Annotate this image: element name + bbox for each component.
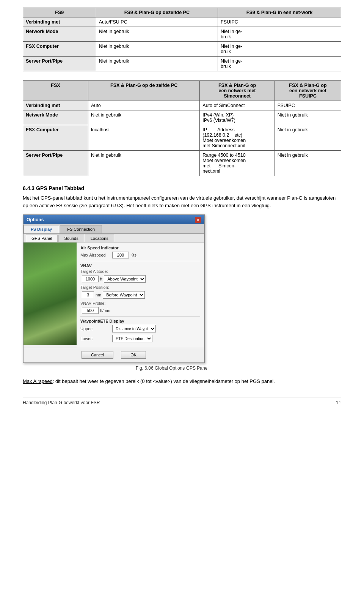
row-label: Server Port/Pipe [23, 151, 88, 176]
upper-display-row: Upper: Distance to Waypt [80, 325, 200, 332]
page-footer: Handleiding Plan-G bewerkt voor FSR 11 [23, 397, 341, 405]
dialog-wrapper: Options ✕ FS Display FS Connection GPS P… [23, 214, 209, 371]
lower-dropdown[interactable]: ETE Destination [112, 335, 152, 342]
row-label: Server Port/Pipe [23, 57, 96, 71]
target-altitude-unit: ft [100, 277, 102, 281]
target-altitude-input[interactable] [82, 276, 99, 282]
tab-fs-connection[interactable]: FS Connection [60, 225, 102, 233]
tab-fs-display[interactable]: FS Display [24, 225, 59, 233]
fsx-col-header-3: FSX & Plan-G opeen netwerk metFSUIPC [275, 81, 341, 101]
fs9-col-header-0: FS9 [23, 8, 96, 17]
vnav-profile-input[interactable] [82, 307, 99, 314]
row-label: FSX Computer [23, 125, 88, 151]
row-cell: Auto [88, 101, 199, 110]
row-cell: Niet in gebruik [88, 151, 199, 176]
target-altitude-row: ft Above Waypoint [80, 275, 200, 283]
row-cell: Niet in gebruik [96, 57, 218, 71]
bottom-description: Max Airspeed: dit bepaalt het weer te ge… [23, 378, 341, 386]
vnav-profile-row: ft/min [80, 307, 200, 314]
max-airspeed-unit: Kts. [130, 253, 138, 257]
vnav-label: VNAV [80, 263, 200, 268]
row-cell: Niet in gebruik [88, 110, 199, 125]
page-number: 11 [336, 400, 341, 405]
max-airspeed-input[interactable] [112, 252, 129, 258]
table-row: FSX Computer localhost IP Address(192.16… [23, 125, 341, 151]
dialog-left-panel [24, 243, 77, 348]
max-airspeed-term: Max Airspeed [23, 378, 53, 384]
target-altitude-label: Target Altitude: [80, 269, 200, 274]
landscape-image [24, 243, 77, 345]
target-position-input[interactable] [82, 291, 94, 298]
row-cell: Range 4500 to 4510Moet overeenkomenmet S… [200, 151, 275, 176]
fs9-col-header-1: FS9 & Plan-G op dezelfde PC [96, 8, 218, 17]
section-title: 6.4.3 GPS Panel Tabblad [23, 185, 341, 191]
dialog-right-panel: Air Speed Indicator Max Airspeed Kts. VN… [77, 243, 204, 348]
table-row: FSX Computer Niet in gebruik Niet in ge-… [23, 42, 341, 57]
ok-button[interactable]: OK [121, 351, 146, 359]
row-cell: localhost [88, 125, 199, 151]
row-cell: Niet in gebruik [96, 27, 218, 42]
upper-dropdown[interactable]: Distance to Waypt [112, 325, 156, 332]
fsx-col-header-2: FSX & Plan-G opeen netwerk metSimconnect [200, 81, 275, 101]
target-position-row: nm Before Waypoint [80, 291, 200, 299]
row-label: FSX Computer [23, 42, 96, 57]
air-speed-section-label: Air Speed Indicator [80, 246, 200, 250]
cancel-button[interactable]: Cancel [82, 351, 113, 359]
row-cell: Niet in ge-bruik [218, 27, 341, 42]
table-row: Verbinding met Auto Auto of SimConnect F… [23, 101, 341, 110]
dialog-body: Air Speed Indicator Max Airspeed Kts. VN… [24, 243, 204, 348]
row-cell: Niet in gebruik [275, 151, 341, 176]
waypoint-ete-label: Waypoint/ETE Display [80, 319, 200, 323]
bottom-description-text: : dit bepaalt het weer te gegeven bereik… [53, 378, 275, 384]
row-cell: FSUIPC [218, 17, 341, 27]
dialog-close-button[interactable]: ✕ [195, 217, 201, 223]
target-position-dropdown[interactable]: Before Waypoint [103, 291, 145, 299]
max-airspeed-label: Max Airspeed [80, 253, 111, 257]
vnav-profile-unit: ft/min [100, 308, 110, 313]
table-row: Network Mode Niet in gebruik Niet in ge-… [23, 27, 341, 42]
row-cell: Auto/FSUIPC [96, 17, 218, 27]
subtab-locations[interactable]: Locations [85, 235, 114, 242]
row-label: Netwerk Mode [23, 110, 88, 125]
row-label: Verbinding met [23, 101, 88, 110]
fs9-table: FS9 FS9 & Plan-G op dezelfde PC FS9 & Pl… [23, 8, 341, 71]
figure-caption: Fig. 6.06 Global Options GPS Panel [23, 365, 209, 371]
table-row: Verbinding met Auto/FSUIPC FSUIPC [23, 17, 341, 27]
subtab-gps-panel[interactable]: GPS Panel [26, 235, 58, 242]
target-altitude-dropdown[interactable]: Above Waypoint [104, 275, 146, 283]
table-row: Server Port/Pipe Niet in gebruik Niet in… [23, 57, 341, 71]
row-cell: Niet in gebruik [96, 42, 218, 57]
row-cell: Niet in gebruik [275, 125, 341, 151]
target-position-unit: nm [96, 293, 101, 297]
row-cell: Niet in gebruik [275, 110, 341, 125]
options-dialog: Options ✕ FS Display FS Connection GPS P… [23, 214, 205, 363]
lower-display-row: Lower: ETE Destination [80, 335, 200, 342]
vnav-profile-label: VNAV Profile: [80, 301, 200, 306]
fsx-col-header-0: FSX [23, 81, 88, 101]
dialog-top-tabs: FS Display FS Connection [24, 224, 204, 234]
dialog-subtabs: GPS Panel Sounds Locations [24, 234, 204, 243]
upper-label: Upper: [80, 326, 111, 331]
max-airspeed-row: Max Airspeed Kts. [80, 252, 200, 258]
lower-label: Lower: [80, 336, 111, 341]
table-row: Netwerk Mode Niet in gebruik IPv4 (Win. … [23, 110, 341, 125]
fsx-col-header-1: FSX & Plan-G op de zelfde PC [88, 81, 199, 101]
dialog-buttons: Cancel OK [24, 348, 204, 362]
dialog-title: Options [27, 217, 44, 222]
row-cell: Niet in ge-bruik [218, 57, 341, 71]
screenshot-container: Options ✕ FS Display FS Connection GPS P… [23, 214, 341, 371]
section-paragraph: Met het GPS-panel tabblad kunt u het ins… [23, 194, 341, 209]
footer-left-text: Handleiding Plan-G bewerkt voor FSR [23, 400, 100, 405]
table-row: Server Port/Pipe Niet in gebruik Range 4… [23, 151, 341, 176]
row-cell: IPv4 (Win. XP)IPv6 (Vista/W7) [200, 110, 275, 125]
target-position-label: Target Position: [80, 285, 200, 290]
row-label: Verbinding met [23, 17, 96, 27]
row-label: Network Mode [23, 27, 96, 42]
row-cell: Niet in ge-bruik [218, 42, 341, 57]
fs9-col-header-2: FS9 & Plan-G in een net-work [218, 8, 341, 17]
dialog-titlebar: Options ✕ [24, 215, 204, 224]
row-cell: Auto of SimConnect [200, 101, 275, 110]
row-cell: FSUIPC [275, 101, 341, 110]
subtab-sounds[interactable]: Sounds [58, 235, 84, 242]
row-cell: IP Address(192.168.0.2 etc)Moet overeenk… [200, 125, 275, 151]
